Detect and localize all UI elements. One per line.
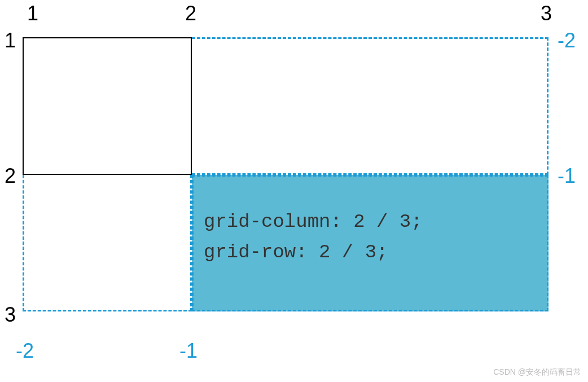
placed-cell: grid-column: 2 / 3; grid-row: 2 / 3; xyxy=(192,175,548,311)
col-label-3: 3 xyxy=(541,3,552,24)
watermark-text: CSDN @安冬的码畜日常 xyxy=(493,367,581,377)
grid-area: grid-column: 2 / 3; grid-row: 2 / 3; xyxy=(23,37,548,311)
diagram-stage: 1 2 3 1 2 3 -2 -1 -2 -1 grid-column: 2 /… xyxy=(0,0,588,382)
col-label-2: 2 xyxy=(185,3,196,24)
implicit-cell-top-right xyxy=(192,37,548,175)
row-neg-label-1: -1 xyxy=(558,166,576,186)
explicit-cell xyxy=(23,37,192,175)
implicit-cell-bottom-left xyxy=(23,175,192,311)
row-label-2: 2 xyxy=(5,166,16,186)
col-label-1: 1 xyxy=(27,3,38,24)
row-neg-label-2: -2 xyxy=(558,30,576,51)
row-label-1: 1 xyxy=(5,30,16,51)
row-label-3: 3 xyxy=(5,305,16,325)
annotation-line-2: grid-row: 2 / 3; xyxy=(204,238,388,267)
col-neg-label-1: -1 xyxy=(179,341,198,361)
col-neg-label-2: -2 xyxy=(16,341,34,361)
annotation-line-1: grid-column: 2 / 3; xyxy=(204,207,423,237)
